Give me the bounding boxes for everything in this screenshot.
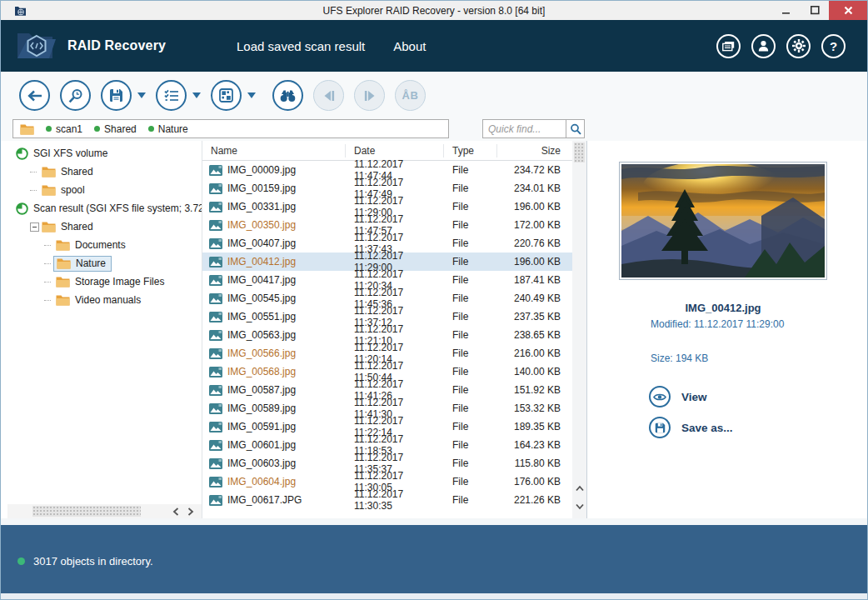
image-file-icon (209, 238, 222, 249)
menu-item[interactable]: Load saved scan result (237, 39, 365, 53)
tree-item-label: Documents (75, 239, 126, 251)
view-options-button[interactable] (156, 80, 187, 111)
tree-item[interactable]: Documents (7, 236, 202, 254)
file-size: 238.65 KB (497, 329, 571, 341)
tree-expander[interactable] (30, 190, 42, 191)
breadcrumb-item-label: Shared (104, 123, 137, 135)
menu-item[interactable]: About (393, 39, 426, 53)
tree-item[interactable]: Shared (7, 218, 202, 236)
scan-button[interactable] (60, 80, 91, 111)
brand: RAID Recovery (16, 28, 212, 65)
file-type: File (444, 256, 497, 268)
step-next-icon (364, 90, 376, 102)
previous-item-button[interactable] (313, 80, 344, 111)
image-file-icon (209, 385, 222, 396)
preview-modified: Modified: 11.12.2017 11:29:00 (651, 318, 861, 330)
quick-find-input[interactable] (482, 119, 566, 138)
file-name: IMG_00331.jpg (227, 201, 296, 212)
vscroll-thumb[interactable] (574, 142, 585, 162)
maximize-button[interactable] (801, 1, 829, 20)
save-dropdown-caret[interactable] (137, 92, 146, 98)
file-date: 11.12.2017 11:30:35 (346, 488, 444, 512)
next-item-button[interactable] (354, 80, 385, 111)
file-size: 234.72 KB (497, 164, 571, 176)
image-file-icon (209, 312, 222, 322)
window-bottom-edge (1, 593, 867, 599)
file-name: IMG_00350.jpg (227, 219, 296, 231)
quick-find-search-button[interactable] (566, 119, 585, 138)
image-file-icon (209, 330, 222, 341)
partitions-dropdown-caret[interactable] (247, 92, 256, 98)
breadcrumb-item[interactable]: scan1 (46, 123, 82, 135)
file-row[interactable]: IMG_00617.JPG 11.12.2017 11:30:35 File 2… (202, 491, 572, 509)
scroll-right-arrow[interactable] (183, 506, 198, 518)
tree-expander[interactable] (44, 300, 56, 301)
search-icon (570, 123, 581, 135)
column-header-type[interactable]: Type (444, 144, 497, 158)
view-button[interactable]: View (649, 386, 707, 408)
column-header-date[interactable]: Date (346, 144, 444, 158)
image-file-icon (209, 165, 222, 176)
back-button[interactable] (19, 80, 50, 111)
file-size: 220.76 KB (497, 238, 571, 249)
save-as-icon (649, 417, 671, 438)
tree-item[interactable]: Shared (7, 162, 202, 181)
file-type: File (444, 219, 497, 231)
scroll-up-arrow[interactable] (572, 482, 586, 495)
scroll-left-arrow[interactable] (168, 506, 183, 518)
file-name: IMG_00589.jpg (227, 402, 296, 414)
save-button[interactable] (101, 80, 132, 111)
tree-item[interactable]: Video manuals (7, 291, 202, 309)
minimize-button[interactable] (772, 1, 801, 20)
breadcrumb-item[interactable]: Shared (94, 123, 137, 135)
tree-item-label: SGI XFS volume (33, 148, 107, 159)
save-as-button[interactable]: Save as... (649, 417, 733, 438)
volume-icon (16, 148, 28, 160)
green-dot-icon (46, 126, 52, 132)
column-header-size[interactable]: Size (497, 144, 571, 158)
column-header-name[interactable]: Name (202, 144, 346, 158)
tree-item[interactable]: Nature (7, 254, 202, 272)
breadcrumb-item[interactable]: Nature (148, 123, 188, 135)
folder-icon (20, 123, 34, 135)
tree-item[interactable]: Scan result (SGI XFS file system; 3.72 G… (7, 199, 202, 218)
file-name: IMG_00417.jpg (227, 274, 296, 286)
settings-button[interactable] (786, 34, 811, 58)
tree-item-label: Scan result (SGI XFS file system; 3.72 G… (33, 202, 202, 214)
file-name: IMG_00407.jpg (227, 238, 296, 249)
user-button[interactable] (751, 34, 776, 58)
scroll-down-arrow[interactable] (572, 500, 586, 513)
find-button[interactable] (272, 80, 303, 111)
view-button-label: View (681, 391, 707, 403)
file-size: 164.23 KB (497, 439, 571, 451)
image-file-icon (209, 275, 222, 286)
folder-icon (57, 258, 71, 269)
partitions-button[interactable] (211, 80, 242, 111)
status-text: 3017 objects in directory. (33, 555, 153, 568)
status-bar: 3017 objects in directory. (1, 525, 867, 593)
help-button[interactable]: ? (821, 34, 846, 58)
file-size: 187.41 KB (497, 274, 571, 286)
tree-item[interactable]: Storage Image Files (7, 272, 202, 291)
encoding-label: ÅB (402, 89, 419, 102)
messages-button[interactable] (716, 34, 741, 58)
file-name: IMG_00617.JPG (227, 494, 302, 506)
image-file-icon (209, 257, 222, 268)
tree-expander[interactable] (30, 172, 42, 172)
file-type: File (444, 311, 497, 322)
tree-item[interactable]: SGI XFS volume (7, 144, 202, 162)
encoding-button[interactable]: ÅB (395, 80, 426, 111)
close-button[interactable] (829, 1, 867, 20)
hscroll-thumb[interactable] (32, 506, 141, 517)
file-type: File (444, 182, 497, 194)
file-type: File (444, 458, 497, 469)
view-options-dropdown-caret[interactable] (192, 92, 201, 98)
tree-expander[interactable] (44, 245, 56, 246)
image-file-icon (209, 348, 222, 359)
file-size: 151.92 KB (497, 384, 571, 396)
image-file-icon (209, 202, 222, 212)
tree-expander[interactable] (30, 222, 42, 232)
tree-expander[interactable] (44, 282, 56, 282)
volume-icon (16, 202, 28, 215)
tree-item[interactable]: spool (7, 181, 202, 199)
